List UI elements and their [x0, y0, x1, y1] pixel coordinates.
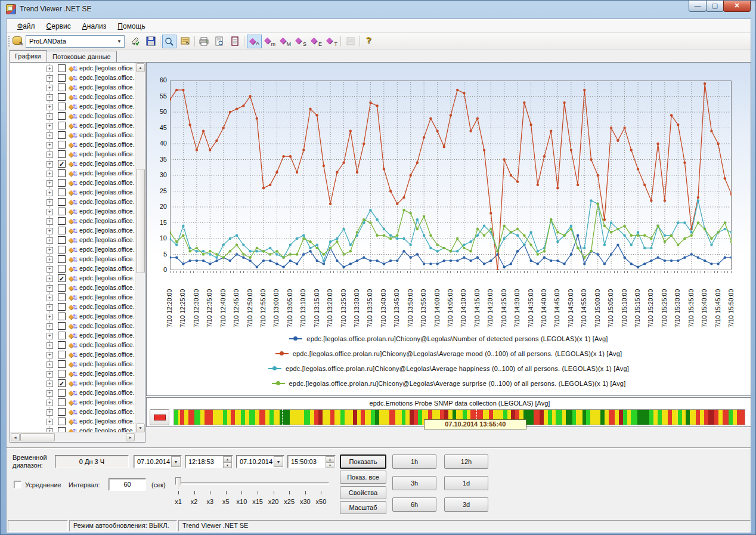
save-button[interactable] [144, 35, 158, 48]
tree-item-label[interactable]: epdc.[legolas.office. [79, 284, 135, 291]
menu-analysis[interactable]: Анализ [78, 21, 111, 32]
tree-expand-button[interactable]: + [47, 371, 53, 378]
tree-expand-button[interactable]: + [47, 352, 53, 358]
tree-item-label[interactable]: epdc.[legolas.office. [79, 131, 135, 138]
tree-checkbox[interactable] [58, 351, 66, 358]
tree-checkbox[interactable] [58, 169, 66, 177]
tree-item-label[interactable]: epdc.[legolas.office. [79, 351, 135, 358]
scroll-down-icon[interactable]: ▼ [136, 423, 145, 432]
tree-expand-button[interactable]: + [47, 256, 53, 263]
tree-checkbox[interactable] [58, 112, 66, 120]
stat-A-button[interactable]: ◆A [247, 35, 262, 48]
averaging-checkbox[interactable] [14, 481, 21, 488]
profile-combobox[interactable]: ProLANData▼ [26, 35, 125, 48]
tree-expand-button[interactable]: + [47, 75, 53, 82]
tree-expand-button[interactable]: + [47, 266, 53, 273]
spin-up-icon[interactable]: ▲ [326, 456, 334, 462]
tree-expand-button[interactable]: + [47, 151, 53, 158]
tree-item-label[interactable]: epdc.[legolas.office. [79, 303, 135, 310]
tree-checkbox[interactable] [58, 227, 66, 234]
maximize-button[interactable]: ▢ [706, 1, 724, 12]
tree-item-label[interactable]: epdc.[legolas.office. [79, 360, 135, 367]
tree-checkbox[interactable] [58, 246, 66, 253]
close-button[interactable]: ✕ [723, 1, 751, 12]
scale-slider-track[interactable] [176, 483, 329, 485]
range-3d-button[interactable]: 3d [444, 497, 488, 512]
range-6h-button[interactable]: 6h [392, 497, 436, 512]
tree-checkbox[interactable] [58, 284, 66, 292]
tree-checkbox[interactable] [58, 293, 66, 301]
tree-checkbox[interactable] [58, 418, 66, 425]
tree-expand-button[interactable]: + [47, 66, 53, 72]
tree-item-label[interactable]: epdc.[legolas.office. [79, 418, 135, 425]
tree-checkbox[interactable] [58, 179, 66, 187]
scroll-left-icon[interactable]: ◄ [11, 433, 20, 441]
tree-item-label[interactable]: epdc.[legolas.office. [79, 389, 135, 396]
tree-expand-button[interactable]: + [47, 142, 53, 149]
tree-checkbox[interactable] [58, 150, 66, 158]
range-1h-button[interactable]: 1h [392, 454, 436, 469]
tree-checkbox[interactable] [58, 217, 66, 225]
toolbar-grip[interactable] [8, 36, 10, 47]
tree-item-label[interactable]: epdc.[legolas.office. [79, 274, 135, 282]
tree-checkbox[interactable] [58, 360, 66, 368]
tree-expand-button[interactable]: + [47, 218, 53, 225]
tree-item-label[interactable]: epdc.[legolas.office. [79, 103, 135, 110]
tree-expand-button[interactable]: + [47, 304, 53, 311]
tree-item-label[interactable]: epdc.[legolas.office. [79, 208, 135, 215]
tree-item-label[interactable]: epdc.[legolas.office. [79, 122, 135, 129]
tree-checkbox[interactable] [58, 341, 66, 349]
tree-expand-button[interactable]: + [47, 400, 53, 406]
range-12h-button[interactable]: 12h [444, 454, 488, 469]
spin-down-icon[interactable]: ▼ [223, 462, 232, 468]
tree-expand-button[interactable]: + [47, 104, 53, 110]
tree-item-label[interactable]: epdc.[legolas.office. [79, 379, 135, 386]
tree-checkbox[interactable] [58, 255, 66, 263]
time-to-spinner[interactable]: 15:50:03▲▼ [287, 455, 336, 468]
chevron-down-icon[interactable]: ▼ [274, 456, 283, 467]
tree-vscrollbar[interactable]: ▲ ▼ [135, 63, 145, 433]
tree-item-label[interactable]: epdc.[legolas.office. [79, 84, 135, 91]
spin-down-icon[interactable]: ▼ [326, 462, 334, 468]
date-from-picker[interactable]: 07.10.2014▼ [134, 455, 182, 468]
chart-plot[interactable] [170, 81, 732, 270]
tree-item-label[interactable]: epdc.[legolas.office. [79, 198, 135, 205]
scale-button[interactable]: Масштаб [340, 501, 386, 514]
tree-checkbox[interactable] [58, 103, 66, 110]
tree-expand-button[interactable]: + [47, 199, 53, 206]
tree-expand-button[interactable]: + [47, 85, 53, 91]
date-to-picker[interactable]: 07.10.2014▼ [236, 455, 284, 468]
tree-checkbox[interactable] [58, 389, 66, 397]
range-1d-button[interactable]: 1d [444, 476, 488, 490]
apply-pen-button[interactable] [128, 35, 142, 48]
menu-service[interactable]: Сервис [42, 21, 76, 32]
tree-item-label[interactable]: epdc.[legolas.office. [79, 141, 135, 148]
tree-expand-button[interactable]: + [47, 161, 53, 168]
tree-item-label[interactable]: epdc.[legolas.office. [79, 408, 135, 415]
tree-hscrollbar[interactable]: ◄ ► [10, 432, 145, 442]
tree-expand-button[interactable]: + [47, 419, 53, 425]
show-button[interactable]: Показать [340, 454, 386, 469]
tab-charts[interactable]: Графики [9, 50, 47, 62]
tree-checkbox[interactable]: ✓ [58, 274, 66, 282]
tree-checkbox[interactable] [58, 131, 66, 139]
tree-item-label[interactable]: epdc.[legolas.office. [79, 255, 135, 262]
tree-item-label[interactable]: epdc.[legolas.office. [79, 227, 135, 234]
tree-checkbox[interactable] [58, 313, 66, 320]
tree-expand-button[interactable]: + [47, 228, 53, 234]
tree-expand-button[interactable]: + [47, 247, 53, 253]
tree-expand-button[interactable]: + [47, 113, 53, 120]
print-preview-button[interactable] [212, 35, 227, 48]
scroll-right-icon[interactable]: ► [126, 433, 135, 441]
tree-checkbox[interactable]: ✓ [58, 160, 66, 168]
tree-expand-button[interactable]: + [47, 314, 53, 320]
tree-expand-button[interactable]: + [47, 190, 53, 196]
tree-checkbox[interactable] [58, 74, 66, 82]
titlebar[interactable]: Trend Viewer .NET SE — ▢ ✕ [1, 1, 755, 18]
tree-item-label[interactable]: epdc.[legolas.office. [79, 217, 135, 224]
tree-vscroll-thumb[interactable] [136, 169, 145, 273]
tree-checkbox[interactable] [58, 303, 66, 311]
tree-expand-button[interactable]: + [47, 180, 53, 187]
stat-m-button[interactable]: ◆m [262, 35, 277, 48]
tree-checkbox[interactable] [58, 84, 66, 91]
